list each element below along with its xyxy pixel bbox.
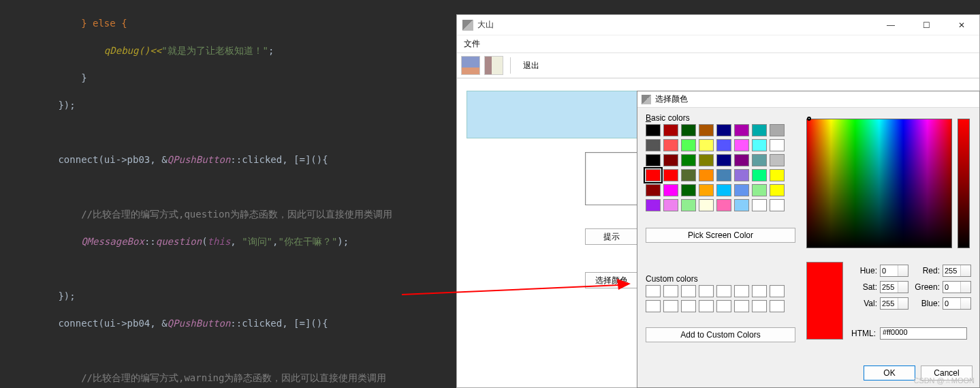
minimize-button[interactable]: —	[879, 18, 903, 33]
color-swatch[interactable]	[770, 184, 785, 196]
html-input[interactable]: #ff0000	[880, 327, 967, 340]
color-swatch[interactable]	[663, 139, 678, 151]
sat-input[interactable]: 255	[880, 281, 908, 293]
dialog-titlebar[interactable]: 选择颜色	[637, 91, 979, 108]
close-button[interactable]: ✕	[949, 18, 974, 33]
custom-swatch[interactable]	[752, 285, 767, 297]
color-swatch[interactable]	[663, 199, 678, 211]
color-swatch[interactable]	[646, 139, 661, 151]
color-gradient[interactable]	[806, 119, 952, 248]
color-swatch[interactable]	[663, 184, 678, 196]
qmessagebox: QMessageBox	[81, 236, 144, 247]
color-swatch[interactable]	[716, 169, 731, 181]
color-swatch[interactable]	[699, 199, 714, 211]
menubar[interactable]: 文件	[457, 35, 979, 53]
color-swatch[interactable]	[681, 184, 696, 196]
color-swatch[interactable]	[752, 154, 767, 166]
color-swatch[interactable]	[734, 184, 749, 196]
toolbar-separator	[510, 57, 511, 74]
custom-swatch[interactable]	[752, 300, 767, 312]
color-swatch[interactable]	[770, 169, 785, 181]
choose-color-button[interactable]: 选择颜色	[585, 272, 638, 288]
maximize-button[interactable]: ☐	[914, 18, 938, 33]
ok-button[interactable]: OK	[864, 365, 915, 380]
preview-box	[585, 152, 638, 205]
color-swatch[interactable]	[681, 139, 696, 151]
gradient-cursor-icon[interactable]	[807, 117, 811, 121]
custom-swatch[interactable]	[663, 285, 678, 297]
color-swatch[interactable]	[716, 199, 731, 211]
color-swatch[interactable]	[734, 169, 749, 181]
dialog-icon	[642, 95, 651, 104]
custom-swatch[interactable]	[646, 285, 661, 297]
color-swatch[interactable]	[752, 199, 767, 211]
color-swatch[interactable]	[770, 154, 785, 166]
custom-swatch[interactable]	[770, 285, 785, 297]
color-swatch[interactable]	[752, 139, 767, 151]
color-swatch[interactable]	[681, 124, 696, 136]
color-swatch[interactable]	[770, 199, 785, 211]
color-swatch[interactable]	[663, 169, 678, 181]
color-swatch[interactable]	[699, 154, 714, 166]
custom-swatch[interactable]	[699, 300, 714, 312]
color-swatch[interactable]	[734, 154, 749, 166]
color-swatch[interactable]	[734, 139, 749, 151]
color-swatch[interactable]	[716, 184, 731, 196]
color-swatch[interactable]	[770, 124, 785, 136]
color-swatch[interactable]	[752, 124, 767, 136]
question: question	[156, 236, 202, 247]
color-swatch[interactable]	[716, 154, 731, 166]
color-swatch[interactable]	[734, 124, 749, 136]
color-dialog: 选择颜色 BBasic colorsasic colors Pick Scree…	[637, 91, 980, 388]
color-swatch[interactable]	[646, 154, 661, 166]
toolbar-image-1[interactable]	[461, 56, 480, 75]
toolbar-exit[interactable]: 退出	[518, 57, 545, 74]
color-swatch[interactable]	[770, 139, 785, 151]
red-input[interactable]: 255	[943, 265, 971, 277]
color-swatch[interactable]	[663, 124, 678, 136]
custom-swatch[interactable]	[681, 285, 696, 297]
color-swatch[interactable]	[752, 169, 767, 181]
color-swatch[interactable]	[734, 199, 749, 211]
add-custom-button[interactable]: Add to Custom Colors	[646, 327, 795, 342]
menu-file[interactable]: 文件	[464, 39, 480, 48]
color-swatch[interactable]	[646, 199, 661, 211]
color-swatch[interactable]	[646, 184, 661, 196]
code-editor[interactable]: } else { qDebug()<<"就是为了让老板知道！"; } }); c…	[0, 0, 456, 388]
color-swatch[interactable]	[699, 124, 714, 136]
color-swatch[interactable]	[646, 169, 661, 181]
blue-field: Blue:0	[914, 297, 971, 310]
custom-swatch[interactable]	[663, 300, 678, 312]
color-swatch[interactable]	[699, 139, 714, 151]
toolbar-image-2[interactable]	[484, 56, 503, 75]
color-swatch[interactable]	[716, 124, 731, 136]
custom-swatch[interactable]	[681, 300, 696, 312]
custom-swatch[interactable]	[734, 300, 749, 312]
color-swatch[interactable]	[681, 154, 696, 166]
hint-button[interactable]: 提示	[585, 228, 638, 245]
color-swatch[interactable]	[663, 154, 678, 166]
color-swatch[interactable]	[699, 184, 714, 196]
blue-input[interactable]: 0	[943, 297, 971, 310]
custom-swatch[interactable]	[646, 300, 661, 312]
green-input[interactable]: 0	[943, 281, 971, 293]
custom-swatch[interactable]	[699, 285, 714, 297]
color-swatch[interactable]	[752, 184, 767, 196]
custom-swatch[interactable]	[716, 300, 731, 312]
titlebar[interactable]: 大山 — ☐ ✕	[457, 15, 979, 35]
sat-field: Sat:255	[851, 281, 908, 293]
custom-swatch[interactable]	[716, 285, 731, 297]
custom-swatch[interactable]	[734, 285, 749, 297]
pick-screen-color-button[interactable]: Pick Screen Color	[646, 228, 795, 243]
hue-slider[interactable]	[958, 119, 970, 248]
val-input[interactable]: 255	[880, 297, 908, 310]
color-swatch[interactable]	[699, 169, 714, 181]
color-swatch[interactable]	[681, 199, 696, 211]
color-swatch[interactable]	[716, 139, 731, 151]
color-swatch[interactable]	[681, 169, 696, 181]
custom-swatch[interactable]	[770, 300, 785, 312]
str: "就是为了让老板知道！"	[161, 45, 268, 56]
color-swatch[interactable]	[646, 124, 661, 136]
hue-input[interactable]: 0	[880, 265, 908, 277]
hue-field: Hue:0	[851, 265, 908, 277]
